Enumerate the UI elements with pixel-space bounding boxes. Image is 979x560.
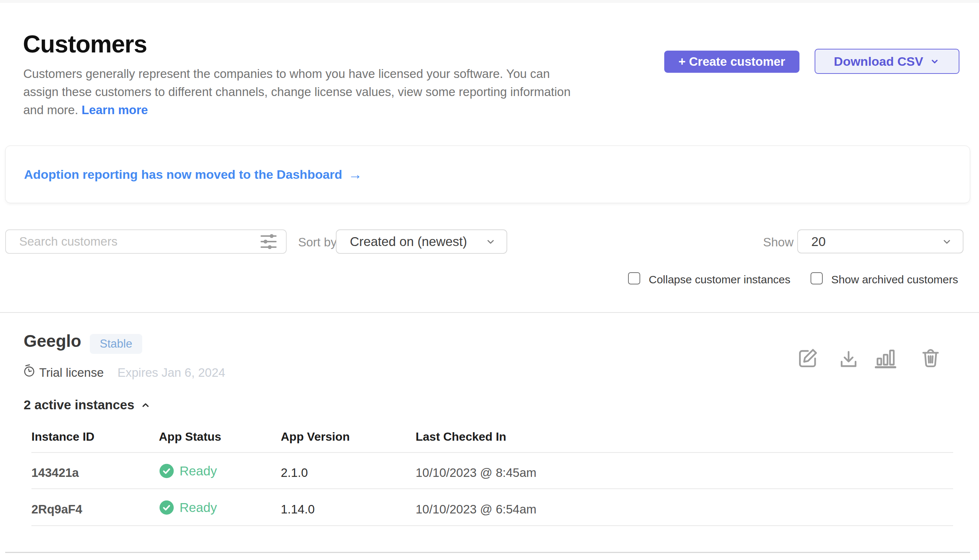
table-divider	[32, 525, 953, 526]
chevron-down-icon	[484, 235, 497, 248]
bar-chart-icon[interactable]	[875, 347, 896, 369]
check-circle-icon	[159, 500, 174, 515]
page-description: Customers generally represent the compan…	[23, 65, 674, 119]
top-edge-strip	[0, 0, 979, 3]
search-customers-input[interactable]	[5, 229, 287, 254]
chevron-down-icon	[929, 56, 940, 67]
app-version-cell: 1.14.0	[281, 502, 315, 517]
channel-badge-label: Stable	[100, 337, 132, 350]
app-version-cell: 2.1.0	[281, 466, 308, 480]
check-circle-icon	[159, 463, 174, 479]
active-instances-label: 2 active instances	[23, 397, 135, 412]
search-customers-wrap	[5, 229, 287, 254]
last-checked-in-cell: 10/10/2023 @ 6:54am	[415, 502, 536, 517]
column-header-app-version: App Version	[281, 430, 350, 443]
description-line-1: Customers generally represent the compan…	[23, 65, 674, 83]
download-license-icon[interactable]	[838, 349, 859, 370]
customer-card-separator	[5, 552, 970, 553]
section-divider	[0, 312, 979, 313]
table-divider	[32, 488, 953, 489]
active-instances-toggle[interactable]: 2 active instances	[23, 397, 152, 412]
show-label: Show	[754, 235, 794, 249]
customers-page: Customers Customers generally represent …	[0, 0, 979, 560]
download-csv-label: Download CSV	[834, 54, 923, 69]
trial-timer-icon	[23, 364, 36, 378]
app-status-text: Ready	[180, 500, 217, 515]
show-archived-checkbox[interactable]	[811, 272, 823, 285]
sort-select-value: Created on (newest)	[350, 234, 467, 249]
delete-customer-icon[interactable]	[920, 347, 941, 369]
show-archived-label[interactable]: Show archived customers	[831, 273, 958, 286]
sort-by-label: Sort by	[298, 235, 337, 249]
collapse-instances-label[interactable]: Collapse customer instances	[649, 273, 791, 286]
download-csv-button[interactable]: Download CSV	[815, 49, 959, 74]
edit-customer-icon[interactable]	[797, 347, 819, 369]
chevron-up-icon	[140, 399, 152, 411]
table-divider	[32, 452, 953, 453]
customer-name[interactable]: Geeglo	[23, 332, 81, 350]
app-status-cell: Ready	[159, 463, 217, 479]
learn-more-link[interactable]: Learn more	[82, 103, 148, 117]
column-header-app-status: App Status	[159, 430, 221, 443]
description-line-2: assign these customers to different chan…	[23, 83, 674, 101]
adoption-banner-link[interactable]: Adoption reporting has now moved to the …	[24, 167, 342, 182]
arrow-right-icon: →	[348, 167, 362, 182]
show-per-page-value: 20	[811, 234, 826, 249]
collapse-instances-checkbox[interactable]	[628, 272, 640, 285]
column-header-last-checked-in: Last Checked In	[415, 430, 506, 443]
filter-sliders-icon[interactable]	[259, 232, 278, 251]
app-status-cell: Ready	[159, 500, 217, 515]
description-line-3: and more.	[23, 103, 82, 117]
page-title: Customers	[23, 32, 147, 56]
sort-select[interactable]: Created on (newest)	[336, 229, 507, 254]
create-customer-button[interactable]: + Create customer	[664, 51, 799, 73]
instance-id-cell: 143421a	[32, 466, 79, 480]
adoption-banner[interactable]: Adoption reporting has now moved to the …	[5, 145, 970, 203]
instance-id-cell: 2Rq9aF4	[32, 502, 82, 517]
license-type: Trial license	[39, 366, 104, 380]
column-header-instance-id: Instance ID	[32, 430, 95, 443]
channel-badge: Stable	[90, 334, 142, 354]
show-per-page-select[interactable]: 20	[797, 229, 964, 253]
last-checked-in-cell: 10/10/2023 @ 8:45am	[415, 466, 536, 480]
chevron-down-icon	[941, 235, 953, 248]
app-status-text: Ready	[180, 463, 217, 478]
license-expiry: Expires Jan 6, 2024	[117, 366, 225, 380]
